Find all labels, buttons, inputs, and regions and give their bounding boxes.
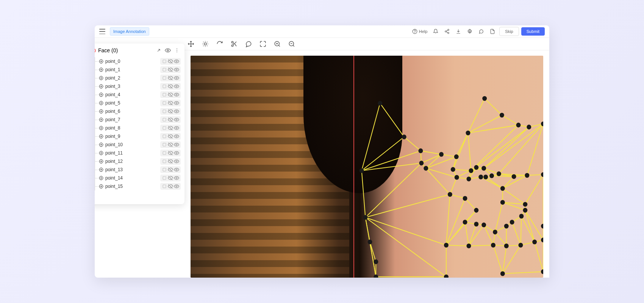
svg-point-248 — [444, 243, 449, 248]
hide-icon[interactable] — [168, 175, 173, 181]
list-item[interactable]: point_13 — [95, 166, 182, 174]
list-item[interactable]: point_14 — [95, 174, 182, 182]
hide-icon[interactable] — [168, 92, 173, 97]
list-item[interactable]: point_5 — [95, 99, 182, 107]
more-icon[interactable] — [174, 47, 180, 53]
svg-rect-72 — [163, 185, 166, 188]
list-item[interactable]: point_1 — [95, 66, 182, 74]
eye-icon[interactable] — [174, 92, 179, 97]
eye-icon[interactable] — [174, 75, 179, 81]
eye-icon[interactable] — [174, 59, 179, 64]
row-actions — [160, 116, 181, 123]
note-icon[interactable] — [162, 167, 167, 172]
list-item[interactable]: point_0 — [95, 57, 182, 66]
svg-rect-68 — [163, 176, 166, 180]
expand-icon[interactable] — [156, 47, 162, 53]
eye-icon[interactable] — [174, 67, 179, 72]
cut-icon[interactable] — [231, 41, 238, 47]
svg-point-242 — [518, 243, 523, 248]
list-item[interactable]: point_7 — [95, 116, 182, 124]
zoom-in-icon[interactable] — [274, 41, 281, 47]
svg-line-183 — [370, 242, 376, 277]
svg-line-142 — [485, 98, 502, 115]
note-icon[interactable] — [162, 84, 167, 89]
note-icon[interactable] — [162, 117, 167, 122]
chat-icon[interactable] — [477, 27, 486, 36]
list-item[interactable]: point_10 — [95, 141, 182, 149]
eye-icon[interactable] — [174, 134, 179, 139]
note-icon[interactable] — [162, 184, 167, 189]
hide-icon[interactable] — [168, 150, 173, 156]
note-icon[interactable] — [162, 150, 167, 156]
list-item[interactable]: point_11 — [95, 149, 182, 157]
canvas[interactable] — [183, 50, 549, 278]
list-item[interactable]: point_15 — [95, 182, 182, 191]
eye-icon[interactable] — [165, 47, 171, 53]
hide-icon[interactable] — [168, 100, 173, 106]
eye-icon[interactable] — [174, 125, 179, 131]
eye-icon[interactable] — [174, 175, 179, 181]
note-icon[interactable] — [162, 159, 167, 164]
eye-icon[interactable] — [174, 109, 179, 114]
note-icon[interactable] — [162, 134, 167, 139]
hide-icon[interactable] — [168, 125, 173, 131]
note-icon[interactable] — [162, 175, 167, 181]
note-icon[interactable] — [162, 125, 167, 131]
point-label: point_10 — [105, 142, 160, 147]
bell-icon[interactable] — [431, 27, 440, 36]
hide-icon[interactable] — [168, 67, 173, 72]
list-item[interactable]: point_12 — [95, 157, 182, 166]
note-icon[interactable] — [162, 92, 167, 97]
list-item[interactable]: point_2 — [95, 74, 182, 82]
point-label: point_12 — [105, 159, 160, 164]
hide-icon[interactable] — [168, 184, 173, 189]
zoom-out-icon[interactable] — [288, 41, 295, 47]
brightness-icon[interactable] — [202, 41, 209, 47]
note-icon[interactable] — [162, 59, 167, 64]
hide-icon[interactable] — [168, 75, 173, 81]
download-icon[interactable] — [454, 27, 463, 36]
list-item[interactable]: point_6 — [95, 107, 182, 116]
eye-icon[interactable] — [174, 84, 179, 89]
list-item[interactable]: point_9 — [95, 132, 182, 141]
hide-icon[interactable] — [168, 159, 173, 164]
skip-button[interactable]: Skip — [499, 27, 519, 36]
share-icon[interactable] — [442, 27, 452, 36]
eye-icon[interactable] — [174, 167, 179, 172]
fullscreen-icon[interactable] — [259, 41, 266, 47]
svg-line-126 — [525, 175, 543, 204]
comment-icon[interactable] — [245, 41, 252, 47]
note-icon[interactable] — [162, 109, 167, 114]
eye-icon[interactable] — [174, 142, 179, 147]
note-icon[interactable] — [162, 100, 167, 106]
list-item[interactable]: point_8 — [95, 124, 182, 132]
target-icon — [98, 125, 104, 131]
eye-icon[interactable] — [174, 150, 179, 156]
list-item[interactable]: point_3 — [95, 82, 182, 91]
gear-icon[interactable] — [465, 27, 474, 36]
annotated-image[interactable] — [191, 56, 543, 278]
move-icon[interactable] — [188, 41, 194, 47]
hide-icon[interactable] — [168, 109, 173, 114]
hide-icon[interactable] — [168, 167, 173, 172]
hide-icon[interactable] — [168, 117, 173, 122]
eye-icon[interactable] — [174, 159, 179, 164]
rotate-icon[interactable] — [216, 41, 223, 47]
submit-button[interactable]: Submit — [521, 27, 545, 36]
svg-rect-12 — [163, 60, 166, 63]
hide-icon[interactable] — [168, 59, 173, 64]
list-item[interactable]: point_4 — [95, 91, 182, 99]
hide-icon[interactable] — [168, 134, 173, 139]
svg-point-215 — [481, 166, 486, 171]
menu-icon[interactable] — [99, 29, 105, 34]
note-icon[interactable] — [162, 142, 167, 147]
file-icon[interactable] — [488, 27, 497, 36]
eye-icon[interactable] — [174, 184, 179, 189]
note-icon[interactable] — [162, 75, 167, 81]
hide-icon[interactable] — [168, 84, 173, 89]
eye-icon[interactable] — [174, 117, 179, 122]
hide-icon[interactable] — [168, 142, 173, 147]
eye-icon[interactable] — [174, 100, 179, 106]
help-link[interactable]: Help — [411, 29, 429, 34]
note-icon[interactable] — [162, 67, 167, 72]
